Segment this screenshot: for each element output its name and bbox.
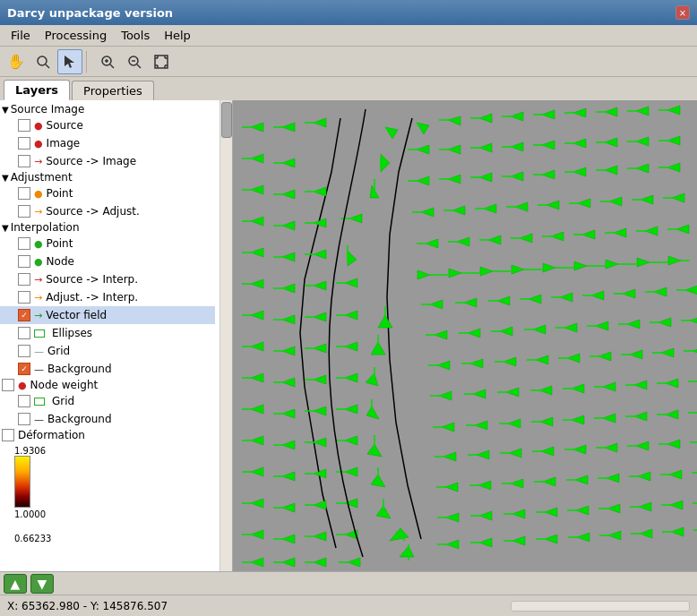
svg-point-0	[38, 56, 47, 65]
colorbar-min-label: 0.66233	[14, 534, 51, 543]
layer-nw-grid: Grid	[0, 392, 215, 410]
line-black-icon: —	[34, 364, 44, 375]
dot-orange-icon: ●	[34, 188, 43, 200]
menu-help[interactable]: Help	[157, 27, 198, 44]
dot-red-icon-2: ●	[34, 138, 43, 150]
layer-adjust-interp-label: Adjust. -> Interp.	[46, 291, 138, 304]
line-black-icon-2: —	[34, 414, 44, 425]
arrow-adjustment: ▼	[2, 173, 9, 183]
menu-file[interactable]: File	[4, 27, 38, 44]
rect-green-icon-2	[34, 398, 45, 406]
rect-green-icon	[34, 329, 45, 338]
move-down-button[interactable]: ▼	[30, 574, 54, 594]
layer-source-label: Source	[47, 119, 83, 132]
colorbar-mid-label: 1.0000	[14, 509, 46, 519]
arrow-orange-icon: →	[34, 206, 42, 218]
checkbox-image[interactable]	[18, 137, 30, 150]
layers-scrollbar[interactable]	[219, 100, 232, 571]
layer-source-adjust-label: Source -> Adjust.	[46, 205, 140, 218]
checkbox-grid[interactable]	[18, 345, 30, 357]
svg-marker-2	[65, 56, 74, 68]
group-adjustment-label: Adjustment	[11, 171, 73, 184]
group-node-weight[interactable]: ● Node weight	[0, 378, 215, 392]
select-tool-button[interactable]	[57, 49, 82, 74]
status-bar: X: 65362.980 - Y: 145876.507	[0, 595, 697, 616]
checkbox-deformation-group[interactable]	[2, 429, 14, 441]
arrow-interpolation: ▼	[2, 223, 9, 233]
layer-grid-label: Grid	[47, 345, 70, 357]
layer-source-interp-label: Source -> Interp.	[46, 273, 138, 286]
checkbox-source-interp[interactable]	[18, 273, 30, 286]
checkbox-source-image[interactable]	[18, 155, 30, 167]
group-interpolation-label: Interpolation	[11, 221, 80, 234]
checkbox-adj-point[interactable]	[18, 187, 30, 200]
colorbar-gradient	[14, 456, 30, 508]
toolbar-separator-1	[86, 51, 91, 73]
group-source-image-label: Source Image	[11, 103, 85, 116]
layer-vector-field-label: Vector field	[46, 309, 107, 321]
layer-source: ● Source	[0, 116, 215, 134]
menu-tools[interactable]: Tools	[114, 27, 157, 44]
layer-interp-node-label: Node	[47, 255, 74, 268]
layer-source-image-label: Source -> Image	[46, 155, 136, 167]
fit-view-button[interactable]	[149, 49, 174, 74]
checkbox-source-adjust[interactable]	[18, 205, 30, 218]
colorbar: 1.9306 1.0000 0.66233	[14, 446, 51, 543]
checkbox-interp-node[interactable]	[18, 255, 30, 268]
layer-source-interp: → Source -> Interp.	[0, 270, 215, 288]
arrow-orange-icon-2: →	[34, 292, 42, 304]
layer-nw-grid-label: Grid	[52, 395, 74, 407]
close-button[interactable]: ×	[675, 5, 690, 20]
layer-adj-point: ● Point	[0, 184, 215, 202]
zoom-out-button[interactable]	[122, 49, 147, 74]
checkbox-adjust-interp[interactable]	[18, 291, 30, 304]
title-bar: Darcy unpackage version ×	[0, 0, 697, 25]
layer-ellipses: Ellipses	[0, 324, 215, 342]
zoom-in-button[interactable]	[95, 49, 120, 74]
dot-green-icon: ●	[34, 238, 43, 250]
menu-processing[interactable]: Processing	[38, 27, 114, 44]
tab-bar: Layers Properties	[0, 77, 697, 100]
checkbox-source[interactable]	[18, 119, 30, 132]
layer-interp-node: ● Node	[0, 252, 215, 270]
layers-list: ▼ Source Image ● Source ● Image → Source…	[0, 100, 219, 549]
pan-tool-button[interactable]: ✋	[4, 49, 29, 74]
svg-line-8	[137, 64, 141, 68]
checkbox-nw-background[interactable]	[18, 413, 30, 425]
group-source-image[interactable]: ▼ Source Image	[0, 102, 215, 116]
group-deformation-label: Déformation	[18, 429, 85, 441]
layers-scrollbar-thumb[interactable]	[221, 102, 232, 138]
line-gray-icon: —	[34, 346, 44, 357]
menu-bar: File Processing Tools Help	[0, 25, 697, 47]
bottom-toolbar: ▲ ▼	[0, 571, 697, 595]
colorbar-visual	[14, 456, 30, 508]
tab-properties[interactable]: Properties	[72, 81, 154, 100]
checkbox-nw-grid[interactable]	[18, 395, 30, 407]
checkbox-interp-background[interactable]	[18, 363, 30, 375]
layer-ellipses-label: Ellipses	[52, 327, 92, 339]
group-deformation[interactable]: Déformation	[0, 428, 215, 442]
checkbox-vector-field[interactable]	[18, 309, 30, 321]
canvas-area[interactable]	[233, 100, 697, 571]
arrow-green-icon: →	[34, 310, 42, 321]
colorbar-container: 1.9306 1.0000 0.66233	[0, 442, 215, 547]
move-up-button[interactable]: ▲	[4, 574, 27, 594]
layer-grid: — Grid	[0, 342, 215, 360]
coordinates-display: X: 65362.980 - Y: 145876.507	[7, 600, 511, 612]
group-adjustment[interactable]: ▼ Adjustment	[0, 170, 215, 184]
canvas-background	[233, 100, 697, 571]
zoom-in-tool-button[interactable]	[30, 49, 56, 74]
colorbar-max-label: 1.9306	[14, 446, 46, 456]
group-interpolation[interactable]: ▼ Interpolation	[0, 220, 215, 235]
tab-layers[interactable]: Layers	[4, 80, 70, 100]
checkbox-node-weight-group[interactable]	[2, 379, 14, 391]
layer-interp-point: ● Point	[0, 235, 215, 252]
horizontal-scrollbar[interactable]	[511, 601, 690, 612]
group-node-weight-label: Node weight	[30, 379, 99, 391]
svg-line-4	[110, 64, 114, 68]
checkbox-ellipses[interactable]	[18, 327, 30, 339]
vector-field-canvas	[233, 100, 697, 571]
dot-green-icon-2: ●	[34, 256, 43, 268]
checkbox-interp-point[interactable]	[18, 237, 30, 250]
arrow-source-image: ▼	[2, 105, 9, 115]
